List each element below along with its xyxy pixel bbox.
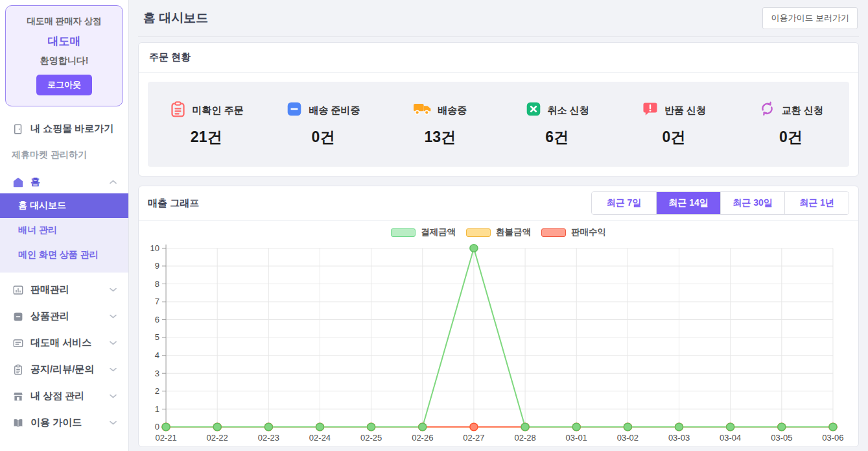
chevron-down-icon xyxy=(110,421,117,425)
stat-value: 0건 xyxy=(663,127,686,147)
tab-recent-1-year[interactable]: 최근 1년 xyxy=(784,192,849,214)
clipboard-icon xyxy=(12,364,24,376)
data-point xyxy=(572,423,580,430)
stat-label: 취소 신청 xyxy=(548,104,589,117)
sidebar-item-label: 상품관리 xyxy=(30,310,69,323)
data-point xyxy=(470,423,478,430)
shop-name: 대도매 xyxy=(11,34,117,49)
sidebar-item-usage-guide[interactable]: 이용 가이드 xyxy=(0,409,128,436)
shop-type-label: 대도매 판매자 상점 xyxy=(11,16,117,27)
data-point xyxy=(419,423,427,430)
legend-item-profit[interactable]: 판매수익 xyxy=(541,226,606,238)
sidebar-item-banner-management[interactable]: 배너 관리 xyxy=(0,218,128,243)
sidebar: 대도매 판매자 상점 대도매 환영합니다! 로그아웃 내 쇼핑몰 바로가기 제휴… xyxy=(0,0,129,451)
sidebar-item-label: 내 상점 관리 xyxy=(30,390,84,402)
x-axis-label: 03-05 xyxy=(771,433,792,443)
page-title: 홈 대시보드 xyxy=(143,10,208,27)
sidebar-item-label: 내 쇼핑몰 바로가기 xyxy=(30,123,113,135)
x-axis-label: 03-04 xyxy=(720,433,741,443)
y-axis-label: 5 xyxy=(155,333,159,342)
y-axis-label: 9 xyxy=(155,262,159,271)
sidebar-item-my-shop[interactable]: 내 쇼핑몰 바로가기 xyxy=(0,112,128,141)
stat-preparing-shipment[interactable]: 배송 준비중 0건 xyxy=(264,99,381,147)
chart-legend: 결제금액 환불금액 판매수익 xyxy=(139,225,858,241)
chevron-down-icon xyxy=(110,394,117,398)
sidebar-item-home[interactable]: 홈 xyxy=(0,169,128,193)
stat-value: 6건 xyxy=(545,127,569,147)
order-status-panel: 미확인 주문 21건 배송 준비중 0건 xyxy=(148,82,849,167)
y-axis-label: 7 xyxy=(155,297,159,306)
x-axis-label: 02-23 xyxy=(258,433,279,443)
sidebar-item-daedomae-service[interactable]: 대도매 서비스 xyxy=(0,330,128,356)
x-axis-label: 02-24 xyxy=(309,433,331,443)
x-axis-label: 02-26 xyxy=(412,433,433,443)
sales-graph-title: 매출 그래프 xyxy=(148,197,199,210)
x-axis-label: 02-22 xyxy=(207,433,228,443)
data-point xyxy=(778,423,786,430)
alert-bubble-icon xyxy=(642,101,659,120)
sidebar-item-partner-market[interactable]: 제휴마켓 관리하기 xyxy=(0,141,128,169)
sidebar-item-label: 판매관리 xyxy=(30,284,69,296)
welcome-box: 대도매 판매자 상점 대도매 환영합니다! 로그아웃 xyxy=(5,5,123,106)
stat-cancel-requests[interactable]: 취소 신청 6건 xyxy=(499,99,615,147)
truck-icon xyxy=(413,101,432,119)
x-axis-label: 03-06 xyxy=(822,433,843,443)
stat-value: 0건 xyxy=(312,127,335,147)
sidebar-item-notice-review-inquiry[interactable]: 공지/리뷰/문의 xyxy=(0,356,128,383)
stat-exchange-requests[interactable]: 교환 신청 0건 xyxy=(733,99,849,147)
bar-chart-icon xyxy=(12,284,24,296)
tab-recent-7-days[interactable]: 최근 7일 xyxy=(592,192,656,214)
box-icon xyxy=(12,311,24,323)
stat-shipping[interactable]: 배송중 13건 xyxy=(382,99,499,147)
x-axis-label: 03-01 xyxy=(566,433,587,443)
sales-graph-card: 매출 그래프 최근 7일 최근 14일 최근 30일 최근 1년 결제금액 환불… xyxy=(138,186,859,447)
x-axis-label: 02-27 xyxy=(463,433,484,443)
legend-item-refund[interactable]: 환불금액 xyxy=(466,226,531,238)
chevron-down-icon xyxy=(110,314,117,319)
stat-return-requests[interactable]: 반품 신청 0건 xyxy=(615,99,732,147)
sidebar-item-label: 제휴마켓 관리하기 xyxy=(12,149,87,160)
tab-recent-14-days[interactable]: 최근 14일 xyxy=(656,192,720,214)
sales-graph-header: 매출 그래프 최근 7일 최근 14일 최근 30일 최근 1년 xyxy=(139,186,858,221)
x-axis-label: 03-03 xyxy=(668,433,690,443)
stat-value: 21건 xyxy=(191,127,222,147)
sidebar-item-label: 공지/리뷰/문의 xyxy=(30,363,94,376)
y-axis-label: 6 xyxy=(155,315,159,324)
clipboard-red-icon xyxy=(169,101,187,121)
data-point xyxy=(470,244,478,251)
data-point xyxy=(368,423,375,430)
legend-label: 결제금액 xyxy=(421,226,456,238)
x-axis-label: 02-21 xyxy=(155,433,176,443)
sidebar-item-main-screen-products[interactable]: 메인 화면 상품 관리 xyxy=(0,243,128,267)
sidebar-item-product-management[interactable]: 상품관리 xyxy=(0,303,128,330)
y-axis-label: 8 xyxy=(155,280,159,289)
door-icon xyxy=(12,123,24,135)
data-point xyxy=(162,423,170,430)
legend-label: 판매수익 xyxy=(571,226,606,238)
y-axis-label: 10 xyxy=(150,244,159,253)
stat-label: 배송 준비중 xyxy=(309,104,360,117)
legend-swatch xyxy=(391,228,416,237)
legend-swatch xyxy=(466,228,491,237)
home-submenu: 홈 대시보드 배너 관리 메인 화면 상품 관리 xyxy=(0,193,128,273)
tab-recent-30-days[interactable]: 최근 30일 xyxy=(720,192,784,214)
greeting-text: 환영합니다! xyxy=(11,55,117,67)
sidebar-item-sales-management[interactable]: 판매관리 xyxy=(0,276,128,303)
sales-line-chart: 01234567891002-2102-2202-2302-2402-2502-… xyxy=(139,241,858,446)
y-axis-label: 4 xyxy=(155,351,159,360)
sidebar-item-label: 이용 가이드 xyxy=(30,417,82,429)
data-point xyxy=(727,423,734,430)
sidebar-item-my-store-management[interactable]: 내 상점 관리 xyxy=(0,383,128,409)
legend-item-payment[interactable]: 결제금액 xyxy=(391,226,456,238)
data-point xyxy=(521,423,529,430)
stat-unconfirmed-orders[interactable]: 미확인 주문 21건 xyxy=(148,99,264,147)
sidebar-item-home-dashboard[interactable]: 홈 대시보드 xyxy=(0,193,128,218)
data-point xyxy=(675,423,683,430)
order-status-card: 주문 현황 미확인 주문 21건 xyxy=(138,42,859,177)
logout-button[interactable]: 로그아웃 xyxy=(36,75,92,95)
page-header: 홈 대시보드 이용가이드 보러가기 xyxy=(138,0,859,37)
stat-label: 미확인 주문 xyxy=(193,104,244,117)
sidebar-item-label: 홈 xyxy=(30,176,40,188)
y-axis-label: 2 xyxy=(155,387,159,396)
usage-guide-button[interactable]: 이용가이드 보러가기 xyxy=(762,7,858,29)
